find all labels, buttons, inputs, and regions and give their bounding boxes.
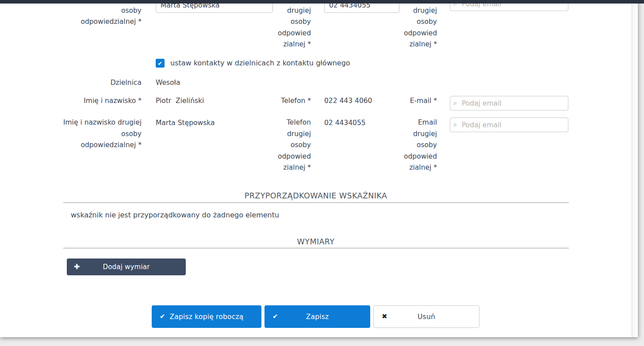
indicator-empty-text: wskaźnik nie jest przyporządkowany do ża…	[71, 211, 279, 220]
second-phone-value: 02 4434055	[324, 118, 366, 127]
save-label: Zapisz	[306, 313, 329, 321]
delete-button[interactable]: ✖ Usuń	[373, 305, 479, 328]
district-label: Dzielnica	[44, 78, 142, 87]
contact-email-label: E-mail *	[388, 96, 437, 105]
check-icon: ✔	[272, 313, 278, 320]
indicator-section-title: PRZYPORZĄDKOWANIE WSKAŹNIKA	[0, 191, 632, 200]
partial-name-label: Imię i nazwisko drugiej osoby odpowiedzi…	[44, 0, 142, 28]
vertical-scrollbar[interactable]	[632, 4, 638, 337]
district-value: Wesoła	[156, 78, 180, 87]
contact-email-input[interactable]	[450, 96, 568, 110]
copy-contacts-label: ustaw kontakty w dzielnicach z kontaktu …	[170, 59, 350, 68]
section-divider	[63, 248, 569, 248]
second-name-label: Imię i nazwisko drugiej osoby odpowiedzi…	[44, 117, 142, 151]
second-email-input[interactable]	[450, 118, 568, 132]
plus-icon: ✚	[74, 263, 80, 270]
contact-email-field: ⌕	[450, 96, 568, 110]
contact-phone-label: Telefon *	[262, 96, 311, 105]
add-dimension-label: Dodaj wymiar	[103, 263, 150, 271]
second-name-value: Marta Stępowska	[156, 118, 215, 127]
top-dark-bar	[0, 0, 644, 4]
add-dimension-button[interactable]: ✚ Dodaj wymiar	[67, 259, 186, 275]
second-email-label: Email drugiej osoby odpowied zialnej *	[388, 117, 437, 174]
second-email-field: ⌕	[450, 118, 568, 132]
check-icon: ✔	[160, 313, 165, 320]
save-button[interactable]: ✔ Zapisz	[264, 305, 370, 328]
content-panel: Imię i nazwisko drugiej osoby odpowiedzi…	[0, 0, 638, 337]
save-draft-label: Zapisz kopię roboczą	[170, 313, 244, 321]
delete-label: Usuń	[418, 313, 435, 321]
contact-phone-value: 022 443 4060	[324, 96, 372, 105]
save-draft-button[interactable]: ✔ Zapisz kopię roboczą	[152, 305, 261, 328]
copy-contacts-checkbox[interactable]: ✔	[156, 59, 165, 68]
close-icon: ✖	[382, 313, 387, 320]
section-divider	[63, 202, 569, 203]
partial-email-label: Email drugiej osoby odpowied zialnej *	[388, 0, 437, 50]
contact-name-value: Piotr Zieliński	[156, 96, 204, 105]
check-icon: ✔	[158, 61, 163, 66]
second-phone-label: Telefon drugiej osoby odpowied zialnej *	[262, 117, 311, 174]
partial-phone-label: Telefon drugiej osoby odpowied zialnej *	[262, 0, 311, 50]
dimensions-section-title: WYMIARY	[0, 237, 632, 246]
contact-name-label: Imię i nazwisko *	[44, 96, 142, 105]
